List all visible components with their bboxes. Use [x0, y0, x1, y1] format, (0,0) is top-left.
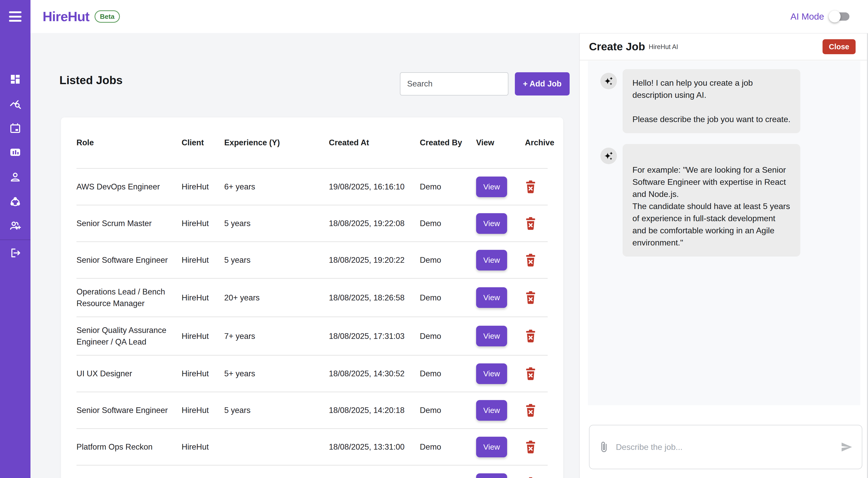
archive-button[interactable]	[525, 217, 536, 230]
cell-client: HireHut	[182, 242, 224, 278]
close-button[interactable]: Close	[823, 39, 856, 54]
table-row: UI UX Designer HireHut 5+ years 18/08/20…	[76, 355, 548, 392]
ai-mode-label: AI Mode	[790, 11, 824, 22]
search-input[interactable]	[400, 72, 508, 96]
chat-message: Hello! I can help you create a job descr…	[600, 69, 860, 133]
archive-button[interactable]	[525, 440, 536, 454]
cell-client: HireHut	[182, 392, 224, 429]
panel-title: Create Job	[589, 40, 645, 53]
ai-mode-toggle[interactable]	[830, 12, 849, 21]
cell-created-by: Demo	[420, 317, 476, 355]
view-button[interactable]: View	[476, 400, 507, 421]
page-title: Listed Jobs	[59, 74, 123, 87]
cell-role: Senior Software Engineer	[76, 392, 182, 429]
archive-button[interactable]	[525, 404, 536, 417]
cell-created-by: Demo	[420, 355, 476, 392]
archive-button[interactable]	[525, 180, 536, 194]
create-job-panel: Create Job HireHut AI Close Hello! I can…	[579, 33, 868, 478]
cell-client: HireHut	[182, 465, 224, 478]
col-view: View	[476, 117, 525, 169]
add-user-icon[interactable]	[9, 220, 21, 232]
profile-icon[interactable]	[9, 171, 21, 183]
view-button[interactable]: View	[476, 473, 507, 478]
chat-message: For example: "We are looking for a Senio…	[600, 144, 860, 257]
cell-created-by: Demo	[420, 392, 476, 429]
calendar-icon[interactable]	[9, 122, 21, 134]
sidebar-divider	[0, 240, 30, 240]
cell-created-at: 18/08/2025, 13:31:00	[329, 429, 420, 465]
table-body: AWS DevOps Engineer HireHut 6+ years 19/…	[76, 169, 548, 478]
panel-header: Create Job HireHut AI Close	[580, 34, 867, 60]
sparkles-icon	[603, 76, 614, 86]
attachment-icon[interactable]	[599, 441, 609, 453]
table-row: Product Owner HireHut Experienced 18/08/…	[76, 465, 548, 478]
view-button[interactable]: View	[476, 287, 507, 308]
cell-created-at: 18/08/2025, 12:39:05	[329, 465, 420, 478]
chat-input-box	[589, 425, 862, 469]
add-job-button[interactable]: + Add Job	[515, 72, 570, 96]
cell-role: AWS DevOps Engineer	[76, 169, 182, 205]
archive-button[interactable]	[525, 253, 536, 267]
cell-role: Platform Ops Reckon	[76, 429, 182, 465]
table-row: Operations Lead / Bench Resource Manager…	[76, 278, 548, 317]
cell-created-by: Demo	[420, 169, 476, 205]
trash-x-icon	[525, 291, 536, 304]
cell-created-at: 18/08/2025, 14:30:52	[329, 355, 420, 392]
archive-button[interactable]	[525, 291, 536, 304]
bar-chart-icon[interactable]	[9, 146, 21, 158]
cell-created-by: Demo	[420, 242, 476, 278]
teams-icon[interactable]	[9, 196, 21, 208]
archive-button[interactable]	[525, 477, 536, 478]
table-row: Senior Scrum Master HireHut 5 years 18/0…	[76, 205, 548, 242]
message-list: Hello! I can help you create a job descr…	[590, 69, 860, 257]
table-row: AWS DevOps Engineer HireHut 6+ years 19/…	[76, 169, 548, 205]
table-row: Platform Ops Reckon HireHut 18/08/2025, …	[76, 429, 548, 465]
sparkles-icon	[603, 151, 614, 161]
cell-client: HireHut	[182, 205, 224, 242]
cell-role: UI UX Designer	[76, 355, 182, 392]
analytics-icon[interactable]	[9, 98, 21, 110]
table-header-row: Role Client Experience (Y) Created At Cr…	[76, 117, 548, 169]
cell-role: Senior Scrum Master	[76, 205, 182, 242]
trash-x-icon	[525, 404, 536, 417]
cell-created-by: Demo	[420, 205, 476, 242]
view-button[interactable]: View	[476, 326, 507, 346]
cell-role: Senior Software Engineer	[76, 242, 182, 278]
cell-role: Operations Lead / Bench Resource Manager	[76, 278, 182, 317]
cell-created-at: 18/08/2025, 14:20:18	[329, 392, 420, 429]
cell-client: HireHut	[182, 169, 224, 205]
view-button[interactable]: View	[476, 250, 507, 271]
cell-client: HireHut	[182, 355, 224, 392]
view-button[interactable]: View	[476, 213, 507, 234]
trash-x-icon	[525, 217, 536, 230]
toggle-knob	[829, 10, 841, 23]
col-client: Client	[182, 117, 224, 169]
menu-icon[interactable]	[9, 11, 22, 22]
cell-client: HireHut	[182, 317, 224, 355]
cell-experience: 20+ years	[224, 278, 329, 317]
cell-experience: 5 years	[224, 205, 329, 242]
app-logo: HireHut	[43, 9, 89, 24]
archive-button[interactable]	[525, 329, 536, 343]
cell-client: HireHut	[182, 278, 224, 317]
logout-icon[interactable]	[9, 247, 21, 259]
cell-experience: 7+ years	[224, 317, 329, 355]
dashboard-icon[interactable]	[9, 73, 21, 85]
beta-badge: Beta	[95, 10, 120, 23]
view-button[interactable]: View	[476, 437, 507, 457]
send-icon[interactable]	[841, 441, 852, 453]
cell-experience: Experienced	[224, 465, 329, 478]
view-button[interactable]: View	[476, 176, 507, 197]
col-created-at: Created At	[329, 117, 420, 169]
cell-experience: 5 years	[224, 242, 329, 278]
archive-button[interactable]	[525, 367, 536, 380]
cell-created-at: 18/08/2025, 19:20:22	[329, 242, 420, 278]
view-button[interactable]: View	[476, 364, 507, 384]
trash-x-icon	[525, 329, 536, 343]
chat-input[interactable]	[616, 442, 834, 452]
cell-role: Product Owner	[76, 465, 182, 478]
cell-experience: 5+ years	[224, 355, 329, 392]
panel-subtitle: HireHut AI	[649, 43, 678, 50]
table-row: Senior Software Engineer HireHut 5 years…	[76, 242, 548, 278]
ai-avatar	[600, 148, 617, 164]
